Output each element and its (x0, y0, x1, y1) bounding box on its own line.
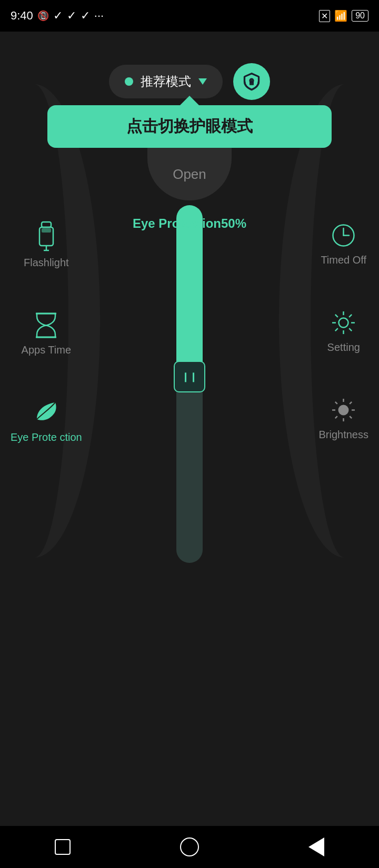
svg-line-30 (350, 416, 352, 418)
nav-back-button[interactable] (308, 837, 324, 856)
open-label: Open (173, 166, 206, 183)
svg-point-24 (338, 405, 349, 416)
setting-nav-item[interactable]: Setting (327, 308, 360, 354)
more-icon: ··· (94, 9, 104, 23)
flashlight-label: Flashlight (24, 257, 69, 269)
circle-icon (180, 837, 199, 856)
tooltip-text: 点击切换护眼模式 (126, 117, 253, 135)
check-icon-3: ✓ (81, 9, 90, 23)
open-button[interactable]: Open (147, 148, 232, 200)
slider-track: ❙❙ (176, 205, 203, 563)
apps-time-label: Apps Time (22, 344, 71, 356)
security-button[interactable] (233, 63, 270, 100)
open-section: Open (0, 148, 379, 200)
tooltip-box[interactable]: 点击切换护眼模式 (47, 105, 332, 148)
sun-icon (329, 396, 358, 425)
time-display: 9:40 (11, 9, 33, 23)
setting-label: Setting (327, 341, 360, 354)
nav-recents-button[interactable] (55, 839, 71, 855)
shield-icon-overlay (243, 73, 261, 90)
nav-home-button[interactable] (180, 837, 199, 856)
triangle-icon (308, 837, 324, 856)
brightness-nav-item[interactable]: Brightness (319, 396, 369, 441)
left-nav-icons: Flashlight Apps Time Eye Prote ction (11, 221, 82, 443)
svg-line-23 (335, 328, 338, 331)
chevron-down-icon (198, 78, 207, 85)
nav-bar (0, 826, 379, 868)
svg-point-15 (339, 318, 348, 328)
status-right: ✕ 📶 90 (319, 9, 368, 22)
apps-time-nav-item[interactable]: Apps Time (22, 311, 71, 356)
svg-line-20 (335, 315, 338, 317)
status-left: 9:40 📵 ✓ ✓ ✓ ··· (11, 9, 104, 23)
svg-line-22 (349, 315, 352, 317)
mode-label: 推荐模式 (141, 73, 191, 90)
eye-protection-label: Eye Protection50% (0, 216, 379, 231)
brightness-label: Brightness (319, 429, 369, 441)
mode-dot (125, 77, 133, 86)
main-content: 推荐模式 点击切换护眼模式 (0, 32, 379, 826)
pause-icon: ❙❙ (182, 371, 197, 382)
hourglass-icon (32, 311, 61, 340)
leaf-icon (32, 398, 61, 427)
status-bar: 9:40 📵 ✓ ✓ ✓ ··· ✕ 📶 90 (0, 0, 379, 32)
tooltip-wrapper: 点击切换护眼模式 (0, 105, 379, 148)
brightness-slider[interactable]: ❙❙ (176, 205, 203, 563)
mode-selector[interactable]: 推荐模式 (109, 65, 223, 98)
svg-line-32 (335, 416, 337, 418)
middle-section: Flashlight Apps Time Eye Prote ction (0, 200, 379, 826)
check-icon-1: ✓ (53, 9, 63, 23)
top-section: 推荐模式 (0, 32, 379, 100)
battery-icon: 90 (352, 10, 368, 22)
svg-line-29 (335, 402, 337, 404)
wifi-icon: 📶 (334, 9, 347, 22)
gear-icon (329, 308, 358, 337)
svg-line-21 (349, 328, 352, 331)
square-icon (55, 839, 71, 855)
svg-line-31 (350, 402, 352, 404)
tooltip-arrow (179, 96, 200, 106)
eye-protection-label-nav: Eye Prote ction (11, 431, 82, 443)
slider-thumb[interactable]: ❙❙ (174, 361, 205, 392)
signal-icon: 📵 (37, 10, 49, 22)
timed-off-label: Timed Off (321, 254, 366, 266)
right-nav-icons: Timed Off Setti (319, 221, 369, 441)
check-icon-2: ✓ (67, 9, 76, 23)
eye-protection-nav-item[interactable]: Eye Prote ction (11, 398, 82, 443)
sim-icon: ✕ (319, 10, 330, 22)
